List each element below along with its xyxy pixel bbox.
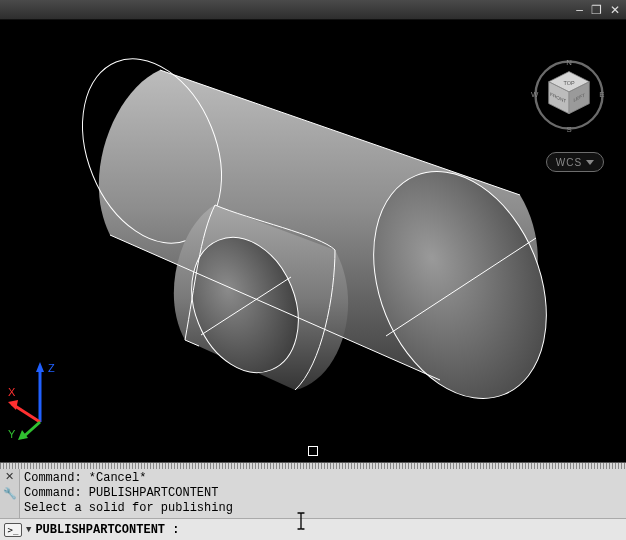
command-recent-dropdown-icon[interactable]: ▼ xyxy=(26,525,31,535)
command-prompt-icon[interactable]: >_ xyxy=(4,523,22,537)
command-history-line: Command: *Cancel* xyxy=(24,471,622,486)
ucs-z-label: Z xyxy=(48,362,55,374)
command-gutter: ✕ 🔧 xyxy=(0,469,20,518)
command-prompt-label: PUBLISHPARTCONTENT : xyxy=(35,523,179,537)
ucs-icon[interactable]: Z X Y xyxy=(8,360,78,440)
compass-w-label: W xyxy=(531,90,539,99)
compass-n-label: N xyxy=(566,58,572,67)
ucs-y-label: Y xyxy=(8,428,16,440)
restore-button[interactable]: ❐ xyxy=(591,4,602,16)
pick-aperture xyxy=(308,446,318,456)
svg-marker-12 xyxy=(36,362,44,372)
command-history-line: Select a solid for publishing xyxy=(24,501,622,516)
window-titlebar: – ❐ ✕ xyxy=(0,0,626,20)
compass-e-label: E xyxy=(599,90,604,99)
command-input[interactable] xyxy=(183,523,622,537)
command-panel: ✕ 🔧 Command: *Cancel*Command: PUBLISHPAR… xyxy=(0,462,626,540)
ucs-x-label: X xyxy=(8,386,16,398)
wcs-label: WCS xyxy=(556,157,582,168)
model-viewport[interactable]: N E S W TOP FRONT LEFT WCS Z X Y xyxy=(0,20,626,462)
compass-s-label: S xyxy=(566,125,571,134)
command-options-icon[interactable]: 🔧 xyxy=(3,488,17,499)
viewcube[interactable]: N E S W TOP FRONT LEFT xyxy=(530,56,608,134)
viewcube-top-label: TOP xyxy=(563,80,574,86)
command-input-row: >_ ▼ PUBLISHPARTCONTENT : xyxy=(0,518,626,540)
wcs-dropdown[interactable]: WCS xyxy=(546,152,604,172)
solid-model[interactable] xyxy=(20,35,580,435)
command-history-line: Command: PUBLISHPARTCONTENT xyxy=(24,486,622,501)
close-command-panel-icon[interactable]: ✕ xyxy=(5,471,14,482)
close-button[interactable]: ✕ xyxy=(610,4,620,16)
minimize-button[interactable]: – xyxy=(576,4,583,16)
command-history: ✕ 🔧 Command: *Cancel*Command: PUBLISHPAR… xyxy=(0,469,626,518)
